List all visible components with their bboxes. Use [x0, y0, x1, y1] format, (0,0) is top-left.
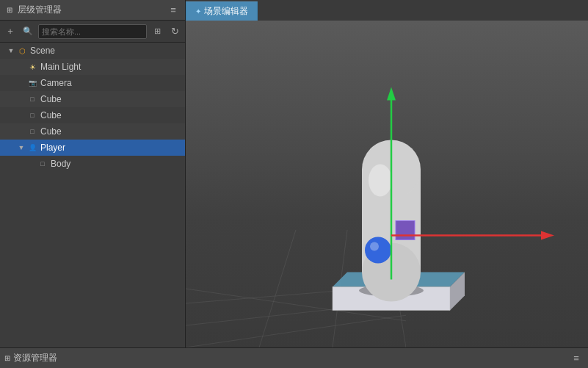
hierarchy-panel: ⊞ 层级管理器 ≡ + 🔍 ⊞ ↻ ▼ ⬡ Scene — [0, 0, 186, 347]
tree-item-player[interactable]: ▼ 👤 Player — [0, 140, 185, 156]
scene-tab-bar: ✦ 场景编辑器 — [186, 0, 588, 21]
hierarchy-tree: ▼ ⬡ Scene ▶ ☀ Main Light ▶ 📷 Camera — [0, 43, 185, 347]
tree-label-cube2: Cube — [40, 110, 62, 120]
tree-arrow-scene: ▼ — [6, 47, 16, 54]
scene-node-icon: ⬡ — [16, 45, 28, 57]
asset-manager-bar: ⊞ 资源管理器 ≡ — [0, 347, 588, 368]
svg-marker-22 — [387, 87, 396, 101]
hierarchy-header: ⊞ 层级管理器 ≡ — [0, 0, 185, 21]
hierarchy-title: 层级管理器 — [18, 4, 62, 16]
tree-label-body: Body — [51, 159, 70, 169]
tree-label-mainlight: Main Light — [40, 62, 81, 72]
tree-label-camera: Camera — [40, 78, 72, 88]
svg-point-16 — [369, 165, 392, 197]
hierarchy-menu-btn[interactable]: ≡ — [166, 3, 181, 18]
scene-tab-icon: ✦ — [195, 7, 201, 15]
tree-item-cube3[interactable]: ▶ □ Cube — [0, 123, 185, 140]
svg-marker-24 — [541, 231, 554, 240]
svg-rect-20 — [396, 221, 415, 240]
tree-item-scene[interactable]: ▼ ⬡ Scene — [0, 43, 185, 59]
search-input[interactable] — [38, 24, 147, 39]
pin-btn[interactable]: ⊞ — [150, 24, 164, 39]
tree-item-cube2[interactable]: ▶ □ Cube — [0, 107, 185, 123]
svg-point-19 — [370, 242, 379, 251]
add-node-btn[interactable]: + — [3, 24, 18, 39]
cube1-node-icon: □ — [26, 93, 38, 105]
cube2-node-icon: □ — [26, 109, 38, 121]
tree-arrow-player: ▼ — [16, 144, 26, 151]
hierarchy-icon: ⊞ — [4, 5, 15, 15]
scene-editor-panel: ✦ 场景编辑器 — [186, 0, 588, 347]
svg-point-18 — [365, 237, 391, 264]
scene-tab-label: 场景编辑器 — [204, 5, 248, 18]
tree-item-mainlight[interactable]: ▶ ☀ Main Light — [0, 59, 185, 75]
tree-label-scene: Scene — [30, 46, 55, 56]
hierarchy-toolbar: + 🔍 ⊞ ↻ — [0, 21, 185, 43]
tree-item-camera[interactable]: ▶ 📷 Camera — [0, 75, 185, 91]
tree-label-cube3: Cube — [40, 126, 62, 137]
player-node-icon: 👤 — [26, 142, 38, 154]
tree-label-cube1: Cube — [40, 94, 62, 104]
camera-node-icon: 📷 — [26, 77, 38, 89]
refresh-btn[interactable]: ↻ — [167, 24, 182, 39]
asset-manager-menu-btn[interactable]: ≡ — [569, 351, 584, 366]
tree-item-cube1[interactable]: ▶ □ Cube — [0, 91, 185, 107]
search-icon[interactable]: 🔍 — [21, 24, 35, 39]
scene-content[interactable] — [186, 21, 588, 347]
scene-editor-tab[interactable]: ✦ 场景编辑器 — [186, 1, 258, 21]
tree-item-body[interactable]: ▶ □ Body — [0, 156, 185, 172]
body-node-icon: □ — [37, 158, 48, 170]
scene-3d — [186, 21, 588, 347]
asset-manager-icon: ⊞ — [4, 354, 10, 362]
tree-label-player: Player — [40, 142, 65, 153]
asset-manager-title: 资源管理器 — [13, 352, 57, 364]
cube3-node-icon: □ — [26, 126, 38, 137]
mainlight-node-icon: ☀ — [26, 61, 38, 73]
